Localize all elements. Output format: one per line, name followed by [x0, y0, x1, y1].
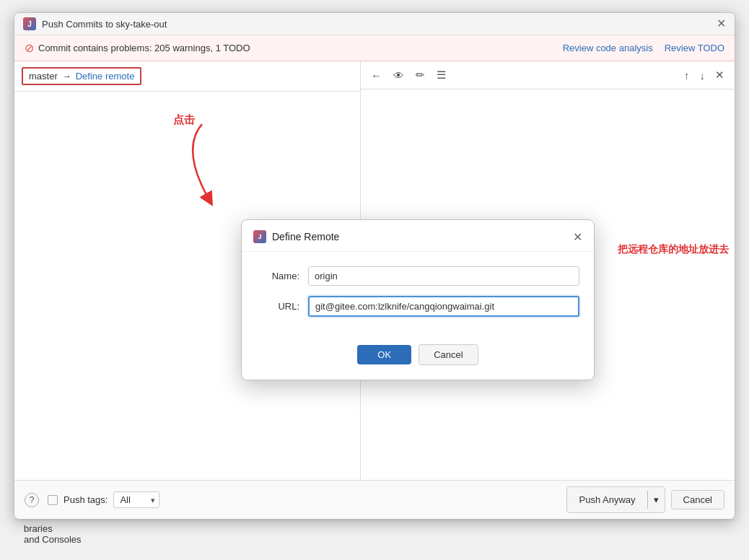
url-annotation: 把远程仓库的地址放进去 [618, 243, 729, 256]
taskbar-item-2[interactable]: and Consoles [24, 534, 82, 545]
tags-select-wrapper: All None [113, 491, 159, 508]
toolbar-left: ← 👁 ✏ ☰ [368, 67, 449, 83]
dialog-header: J Define Remote ✕ [242, 220, 594, 252]
help-button[interactable]: ? [25, 493, 39, 507]
branch-name: master [29, 71, 58, 82]
warning-left: ⊘ Commit contains problems: 205 warnings… [25, 41, 250, 55]
dialog-cancel-button[interactable]: Cancel [419, 344, 478, 365]
taskbar-item-1[interactable]: braries [24, 523, 53, 534]
ok-button[interactable]: OK [357, 345, 411, 364]
name-label: Name: [256, 271, 299, 281]
window-close-button[interactable]: ✕ [717, 18, 726, 30]
toolbar-close-button[interactable]: ✕ [712, 67, 727, 83]
review-todo-link[interactable]: Review TODO [665, 43, 724, 53]
eye-button[interactable]: 👁 [390, 68, 407, 83]
down-button[interactable]: ↓ [697, 68, 709, 83]
define-remote-link[interactable]: Define remote [76, 71, 135, 82]
push-tags-label: Push tags: [63, 494, 108, 505]
edit-button[interactable]: ✏ [413, 67, 428, 83]
click-annotation: 点击 [173, 113, 195, 127]
dialog-footer: OK Cancel [242, 338, 594, 380]
define-remote-dialog: J Define Remote ✕ Name: URL: [241, 219, 595, 380]
push-anyway-button[interactable]: Push Anyway ▾ [566, 486, 665, 513]
bottom-right: Push Anyway ▾ Cancel [566, 486, 724, 513]
push-tags-checkbox[interactable] [48, 495, 58, 505]
branch-box: master → Define remote [22, 67, 141, 85]
tags-select[interactable]: All None [113, 491, 159, 508]
warning-actions: Review code analysis Review TODO [563, 43, 724, 53]
title-bar: J Push Commits to sky-take-out ✕ [14, 13, 735, 35]
url-label: URL: [256, 301, 299, 312]
cancel-button[interactable]: Cancel [671, 490, 724, 509]
push-tags-row: Push tags: All None [48, 491, 159, 508]
app-icon: J [23, 17, 36, 30]
url-input[interactable] [308, 296, 579, 317]
dialog-body: Name: URL: [242, 252, 594, 338]
taskbar-area: braries and Consoles [14, 520, 735, 548]
branch-bar: master → Define remote [14, 61, 360, 92]
arrow-svg [159, 121, 245, 214]
dialog-title: Define Remote [272, 231, 339, 242]
name-row: Name: [256, 266, 579, 286]
right-toolbar: ← 👁 ✏ ☰ ↑ ↓ ✕ [361, 61, 735, 89]
push-anyway-dropdown[interactable]: ▾ [648, 491, 665, 509]
dialog-app-icon: J [253, 230, 266, 243]
branch-arrow: → [62, 71, 71, 82]
window-title: Push Commits to sky-take-out [42, 19, 167, 30]
review-code-link[interactable]: Review code analysis [563, 43, 653, 53]
warning-message: Commit contains problems: 205 warnings, … [38, 43, 250, 53]
name-input[interactable] [308, 266, 579, 286]
dialog-close-button[interactable]: ✕ [573, 230, 582, 244]
warning-icon: ⊘ [25, 41, 34, 55]
url-row: URL: [256, 296, 579, 317]
toolbar-right: ↑ ↓ ✕ [681, 67, 727, 83]
up-button[interactable]: ↑ [681, 68, 693, 83]
bottom-bar: ? Push tags: All None Push Anyway ▾ Canc… [14, 480, 735, 519]
warning-bar: ⊘ Commit contains problems: 205 warnings… [14, 35, 735, 61]
title-bar-left: J Push Commits to sky-take-out [23, 17, 167, 30]
back-button[interactable]: ← [368, 68, 385, 83]
list-button[interactable]: ☰ [434, 67, 449, 83]
dialog-title-row: J Define Remote [253, 230, 339, 243]
push-anyway-label[interactable]: Push Anyway [567, 491, 647, 509]
content-area: master → Define remote 点击 [14, 61, 735, 480]
main-window: J Push Commits to sky-take-out ✕ ⊘ Commi… [14, 12, 735, 520]
